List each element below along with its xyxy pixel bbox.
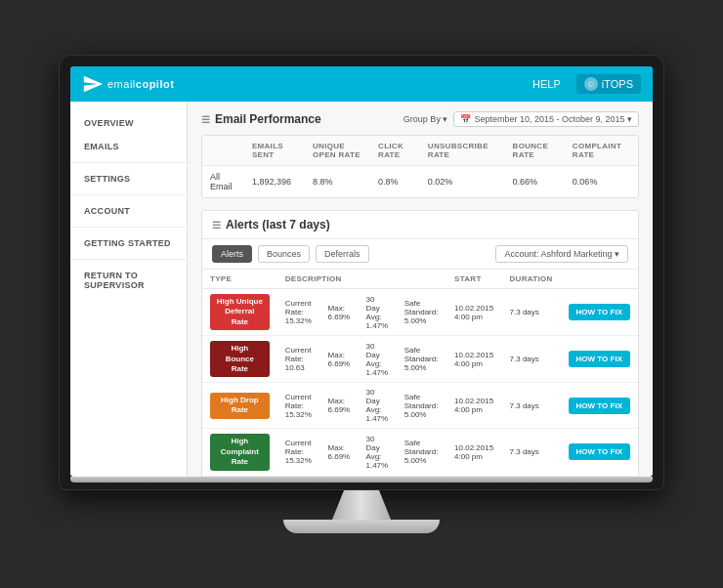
user-label: iTOPS (602, 78, 633, 90)
main-area: OVERVIEW EMAILS SETTINGS ACCOUNT GETTING… (70, 102, 653, 477)
sidebar-item-return-to-supervisor[interactable]: RETURN TO SUPERVISOR (70, 264, 187, 297)
filter-tab-bounces[interactable]: Bounces (258, 245, 310, 263)
sidebar-divider-1 (70, 162, 187, 163)
alert-current: Current Rate: 15.32% (277, 429, 320, 476)
alert-action: HOW TO FIX (561, 336, 638, 383)
hamburger-icon-2: ☰ (212, 220, 221, 231)
alerts-filter-bar: Alerts Bounces Deferrals Account: Ashfor… (202, 239, 638, 270)
screen: emailcopilot HELP ☺ iTOPS OVERVIEW EMAIL… (70, 66, 653, 477)
nav-right: HELP ☺ iTOPS (532, 74, 641, 94)
performance-table: EMAILS SENT UNIQUE OPEN RATE CLICK RATE … (201, 135, 639, 198)
user-icon: ☺ (584, 77, 598, 91)
alert-duration: 7.3 days (502, 383, 561, 429)
alert-duration: 7.3 days (502, 336, 561, 383)
how-to-fix-button[interactable]: HOW TO FIX (569, 351, 630, 367)
filter-tab-alerts[interactable]: Alerts (212, 245, 252, 263)
row-bounce-rate: 0.66% (505, 166, 565, 198)
alert-start: 10.02.2015 4:00 pm (447, 289, 501, 336)
how-to-fix-button[interactable]: HOW TO FIX (569, 398, 630, 414)
alert-start: 10.02.2015 4:00 pm (447, 429, 501, 476)
monitor-bottom (70, 477, 653, 483)
alert-duration: 7.3 days (502, 289, 561, 336)
alert-action: HOW TO FIX (561, 429, 638, 476)
perf-table-header: EMAILS SENT UNIQUE OPEN RATE CLICK RATE … (202, 136, 638, 166)
how-to-fix-button[interactable]: HOW TO FIX (569, 443, 630, 460)
col-duration: DURATION (502, 270, 561, 289)
alert-type: High Drop Rate (202, 383, 277, 429)
alert-type: High Bounce Rate (202, 336, 277, 383)
alert-max: Max: 6.69% (320, 383, 359, 429)
alert-duration: 7.3 days (502, 429, 561, 476)
alerts-section: ☰ Alerts (last 7 days) Alerts Bounces De… (201, 210, 639, 477)
monitor: emailcopilot HELP ☺ iTOPS OVERVIEW EMAIL… (59, 55, 664, 533)
alert-type: High Complaint Rate (202, 429, 277, 476)
alert-avg: 30 Day Avg: 1.47% (358, 336, 396, 383)
alert-table-row: High Unique Deferral Rate Current Rate: … (202, 289, 638, 336)
alert-max: Max: 6.69% (320, 289, 359, 336)
col-complaint-rate: COMPLAINT RATE (565, 136, 638, 166)
col-emails-sent: EMAILS SENT (244, 136, 305, 166)
col-label (202, 136, 244, 166)
col-description: DESCRIPTION (277, 270, 447, 289)
top-nav: emailcopilot HELP ☺ iTOPS (70, 66, 653, 102)
alert-max: Max: 6.69% (320, 429, 359, 476)
content-area: ☰ Email Performance Group By ▾ 📅 Septemb… (188, 102, 653, 477)
alert-avg: 30 Day Avg: 1.47% (358, 429, 396, 476)
performance-controls: Group By ▾ 📅 September 10, 2015 - Octobe… (404, 111, 639, 127)
alert-safe: Safe Standard: 5.00% (397, 429, 447, 476)
screen-bezel: emailcopilot HELP ☺ iTOPS OVERVIEW EMAIL… (59, 55, 664, 490)
sidebar: OVERVIEW EMAILS SETTINGS ACCOUNT GETTING… (70, 102, 188, 477)
sidebar-item-getting-started[interactable]: GETTING STARTED (70, 231, 187, 255)
alert-avg: 30 Day Avg: 1.47% (358, 383, 396, 429)
stand-neck (332, 490, 391, 520)
alert-table-row: High Complaint Rate Current Rate: 15.32%… (202, 429, 638, 476)
col-action (561, 270, 638, 289)
app-name: emailcopilot (107, 78, 174, 90)
alert-type-badge: High Unique Deferral Rate (210, 294, 270, 330)
calendar-icon: 📅 (460, 114, 471, 124)
date-range-picker[interactable]: 📅 September 10, 2015 - October 9, 2015 ▾ (453, 111, 639, 127)
alert-start: 10.02.2015 4:00 pm (447, 383, 501, 429)
alert-type-badge: High Complaint Rate (210, 434, 270, 470)
alert-safe: Safe Standard: 5.00% (397, 336, 447, 383)
alert-current: Current Rate: 15.32% (277, 383, 320, 429)
alerts-section-header: ☰ Alerts (last 7 days) (202, 211, 638, 239)
alert-current: Current Rate: 10.63 (277, 336, 320, 383)
alert-action: HOW TO FIX (561, 383, 638, 429)
performance-title: ☰ Email Performance (201, 112, 321, 126)
sidebar-item-overview[interactable]: OVERVIEW (70, 111, 187, 135)
alert-action: HOW TO FIX (561, 289, 638, 336)
sidebar-item-settings[interactable]: SETTINGS (70, 167, 187, 190)
alerts-table-header: TYPE DESCRIPTION START DURATION (202, 270, 638, 289)
sidebar-item-account[interactable]: ACCOUNT (70, 199, 187, 223)
alert-table-row: High Bounce Rate Current Rate: 10.63 Max… (202, 336, 638, 383)
alert-avg: 30 Day Avg: 1.47% (358, 289, 396, 336)
user-menu-button[interactable]: ☺ iTOPS (576, 74, 641, 94)
filter-tab-deferrals[interactable]: Deferrals (316, 245, 369, 263)
alert-table-row: High Drop Rate Current Rate: 15.32% Max:… (202, 383, 638, 429)
row-emails-sent: 1,892,396 (244, 166, 305, 198)
row-complaint-rate: 0.06% (565, 166, 638, 198)
alert-safe: Safe Standard: 5.00% (397, 289, 447, 336)
how-to-fix-button[interactable]: HOW TO FIX (569, 304, 630, 320)
col-click-rate: CLICK RATE (370, 136, 420, 166)
col-open-rate: UNIQUE OPEN RATE (305, 136, 370, 166)
logo: emailcopilot (82, 73, 174, 95)
alert-start: 10.02.2015 4:00 pm (447, 336, 501, 383)
alert-max: Max: 6.69% (320, 336, 359, 383)
performance-section-header: ☰ Email Performance Group By ▾ 📅 Septemb… (201, 111, 639, 127)
help-button[interactable]: HELP (532, 78, 561, 90)
group-by-label[interactable]: Group By ▾ (404, 114, 448, 124)
sidebar-divider-2 (70, 194, 187, 195)
logo-plane-icon (82, 73, 104, 95)
account-dropdown[interactable]: Account: Ashford Marketing ▾ (495, 245, 628, 263)
sidebar-item-emails[interactable]: EMAILS (70, 135, 187, 158)
row-label: All Email (202, 166, 244, 198)
col-unsub-rate: UNSUBSCRIBE RATE (420, 136, 505, 166)
row-unsub-rate: 0.02% (420, 166, 505, 198)
hamburger-icon: ☰ (201, 114, 210, 125)
alert-type: High Unique Deferral Rate (202, 289, 277, 336)
sidebar-divider-3 (70, 227, 187, 228)
col-start: START (447, 270, 501, 289)
perf-table-row: All Email 1,892,396 8.8% 0.8% 0.02% 0.66… (202, 166, 638, 198)
